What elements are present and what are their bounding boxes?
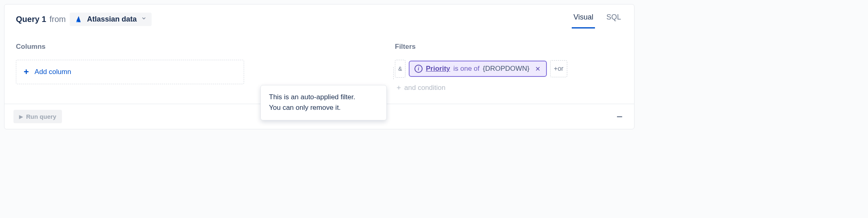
query-panel: Query 1 from Atlassian data Visual SQL C… [4,4,634,129]
add-or-condition-button[interactable]: +or [550,60,567,77]
panel-body: Columns + Add column Filters & i Priorit… [4,28,634,104]
tooltip-line: You can only remove it. [269,102,378,113]
columns-section: Columns + Add column [16,43,244,92]
plus-icon: + [24,68,29,76]
columns-title: Columns [16,43,244,51]
run-query-label: Run query [26,113,56,120]
data-source-label: Atlassian data [87,15,137,24]
data-source-selector[interactable]: Atlassian data [70,13,151,26]
filter-value: {DROPDOWN} [483,65,529,73]
collapse-button[interactable]: − [614,111,625,122]
filter-operator: is one of [454,65,480,73]
tab-sql[interactable]: SQL [605,10,623,28]
filter-field-name: Priority [426,65,450,73]
info-icon: i [414,65,423,73]
filter-group-and-badge: & [395,60,405,78]
filters-title: Filters [395,43,623,51]
run-query-button[interactable]: ▶ Run query [13,110,62,123]
remove-filter-icon[interactable]: ✕ [533,65,541,73]
play-icon: ▶ [19,114,23,120]
connector-line [393,67,394,79]
tooltip-line: This is an auto-applied filter. [269,92,378,102]
from-label: from [49,15,66,24]
tab-visual[interactable]: Visual [572,10,595,28]
add-column-button[interactable]: + Add column [16,60,244,84]
chevron-down-icon [141,15,147,23]
panel-header: Query 1 from Atlassian data Visual SQL [4,4,634,28]
and-condition-label: and condition [404,84,445,92]
atlassian-logo-icon [75,15,83,23]
filters-row: & i Priority is one of {DROPDOWN} ✕ +or [395,60,623,78]
add-column-label: Add column [35,68,71,76]
add-and-condition-button[interactable]: + and condition [395,83,623,92]
query-title: Query 1 [16,15,46,24]
filters-section: Filters & i Priority is one of {DROPDOWN… [395,43,623,92]
filter-info-tooltip: This is an auto-applied filter. You can … [260,85,387,120]
filter-chip-priority[interactable]: i Priority is one of {DROPDOWN} ✕ [409,61,547,77]
plus-icon: + [397,83,401,92]
